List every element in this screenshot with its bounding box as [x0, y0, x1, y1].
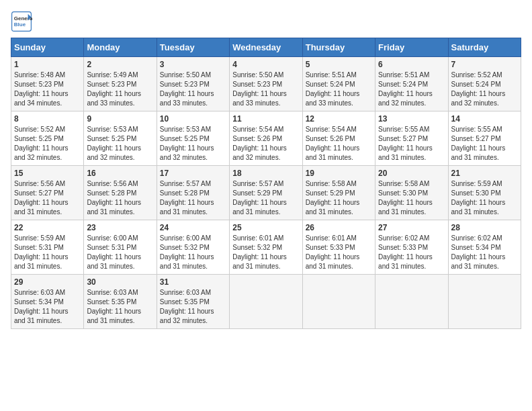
day-detail: Sunrise: 5:52 AM Sunset: 5:24 PM Dayligh… [451, 71, 518, 108]
day-detail: Sunrise: 6:02 AM Sunset: 5:33 PM Dayligh… [378, 234, 445, 271]
calendar-cell: 18Sunrise: 5:57 AM Sunset: 5:29 PM Dayli… [230, 166, 302, 220]
calendar-cell: 11Sunrise: 5:54 AM Sunset: 5:26 PM Dayli… [230, 111, 302, 166]
calendar-cell: 1Sunrise: 5:48 AM Sunset: 5:23 PM Daylig… [11, 57, 84, 111]
day-detail: Sunrise: 5:56 AM Sunset: 5:27 PM Dayligh… [14, 179, 81, 217]
calendar-cell: 30Sunrise: 6:03 AM Sunset: 5:35 PM Dayli… [84, 275, 157, 329]
calendar-cell [230, 275, 302, 329]
day-detail: Sunrise: 5:58 AM Sunset: 5:29 PM Dayligh… [306, 179, 372, 217]
day-detail: Sunrise: 5:50 AM Sunset: 5:23 PM Dayligh… [232, 71, 299, 108]
calendar-cell: 4Sunrise: 5:50 AM Sunset: 5:23 PM Daylig… [230, 57, 302, 111]
day-number: 16 [87, 169, 153, 178]
day-number: 18 [232, 169, 299, 178]
day-detail: Sunrise: 5:55 AM Sunset: 5:27 PM Dayligh… [378, 125, 445, 163]
calendar-cell [448, 275, 521, 329]
page-header: General Blue [11, 11, 521, 32]
day-number: 21 [451, 169, 518, 178]
calendar-cell: 16Sunrise: 5:56 AM Sunset: 5:28 PM Dayli… [84, 166, 157, 220]
calendar-cell: 2Sunrise: 5:49 AM Sunset: 5:23 PM Daylig… [84, 57, 157, 111]
day-detail: Sunrise: 6:00 AM Sunset: 5:32 PM Dayligh… [160, 234, 226, 271]
day-detail: Sunrise: 6:02 AM Sunset: 5:34 PM Dayligh… [451, 234, 518, 271]
header-wednesday: Wednesday [230, 38, 302, 57]
calendar-cell: 7Sunrise: 5:52 AM Sunset: 5:24 PM Daylig… [448, 57, 521, 111]
week-row-2: 8Sunrise: 5:52 AM Sunset: 5:25 PM Daylig… [11, 111, 521, 166]
calendar-cell: 12Sunrise: 5:54 AM Sunset: 5:26 PM Dayli… [302, 111, 375, 166]
svg-text:Blue: Blue [14, 21, 26, 28]
calendar-cell: 25Sunrise: 6:01 AM Sunset: 5:32 PM Dayli… [230, 220, 302, 275]
day-number: 28 [451, 223, 518, 232]
week-row-1: 1Sunrise: 5:48 AM Sunset: 5:23 PM Daylig… [11, 57, 521, 111]
day-number: 7 [451, 60, 518, 69]
calendar-cell: 17Sunrise: 5:57 AM Sunset: 5:28 PM Dayli… [157, 166, 229, 220]
day-number: 20 [378, 169, 445, 178]
day-number: 24 [160, 223, 226, 232]
day-number: 17 [160, 169, 226, 178]
day-number: 8 [14, 114, 81, 124]
calendar-cell: 10Sunrise: 5:53 AM Sunset: 5:25 PM Dayli… [157, 111, 229, 166]
calendar-cell: 14Sunrise: 5:55 AM Sunset: 5:27 PM Dayli… [448, 111, 521, 166]
day-number: 11 [232, 114, 299, 124]
calendar-cell: 22Sunrise: 5:59 AM Sunset: 5:31 PM Dayli… [11, 220, 84, 275]
day-number: 6 [378, 60, 445, 69]
header-saturday: Saturday [448, 38, 521, 57]
header-tuesday: Tuesday [157, 38, 229, 57]
day-detail: Sunrise: 5:53 AM Sunset: 5:25 PM Dayligh… [87, 125, 153, 163]
calendar-cell: 8Sunrise: 5:52 AM Sunset: 5:25 PM Daylig… [11, 111, 84, 166]
calendar-cell: 13Sunrise: 5:55 AM Sunset: 5:27 PM Dayli… [375, 111, 448, 166]
day-detail: Sunrise: 5:53 AM Sunset: 5:25 PM Dayligh… [160, 125, 226, 163]
day-number: 25 [232, 223, 299, 232]
day-detail: Sunrise: 5:57 AM Sunset: 5:28 PM Dayligh… [160, 179, 226, 217]
calendar-cell: 21Sunrise: 5:59 AM Sunset: 5:30 PM Dayli… [448, 166, 521, 220]
day-detail: Sunrise: 5:58 AM Sunset: 5:30 PM Dayligh… [378, 179, 445, 217]
day-detail: Sunrise: 6:03 AM Sunset: 5:35 PM Dayligh… [160, 288, 226, 326]
header-sunday: Sunday [11, 38, 84, 57]
day-detail: Sunrise: 5:56 AM Sunset: 5:28 PM Dayligh… [87, 179, 153, 217]
calendar-cell [302, 275, 375, 329]
calendar-cell: 5Sunrise: 5:51 AM Sunset: 5:24 PM Daylig… [302, 57, 375, 111]
header-friday: Friday [375, 38, 448, 57]
day-detail: Sunrise: 5:49 AM Sunset: 5:23 PM Dayligh… [87, 71, 153, 108]
day-number: 14 [451, 114, 518, 124]
day-number: 19 [306, 169, 372, 178]
day-number: 1 [14, 60, 81, 69]
logo: General Blue [11, 11, 32, 32]
day-number: 29 [14, 277, 81, 287]
calendar-cell [375, 275, 448, 329]
day-number: 3 [160, 60, 226, 69]
calendar-cell: 23Sunrise: 6:00 AM Sunset: 5:31 PM Dayli… [84, 220, 157, 275]
day-detail: Sunrise: 5:50 AM Sunset: 5:23 PM Dayligh… [160, 71, 226, 108]
calendar-cell: 29Sunrise: 6:03 AM Sunset: 5:34 PM Dayli… [11, 275, 84, 329]
calendar-cell: 28Sunrise: 6:02 AM Sunset: 5:34 PM Dayli… [448, 220, 521, 275]
day-detail: Sunrise: 5:51 AM Sunset: 5:24 PM Dayligh… [306, 71, 372, 108]
day-detail: Sunrise: 6:03 AM Sunset: 5:34 PM Dayligh… [14, 288, 81, 326]
calendar-body: 1Sunrise: 5:48 AM Sunset: 5:23 PM Daylig… [11, 57, 521, 329]
day-detail: Sunrise: 5:51 AM Sunset: 5:24 PM Dayligh… [378, 71, 445, 108]
day-number: 15 [14, 169, 81, 178]
day-detail: Sunrise: 5:59 AM Sunset: 5:31 PM Dayligh… [14, 234, 81, 271]
day-number: 9 [87, 114, 153, 124]
day-detail: Sunrise: 5:59 AM Sunset: 5:30 PM Dayligh… [451, 179, 518, 217]
calendar-cell: 9Sunrise: 5:53 AM Sunset: 5:25 PM Daylig… [84, 111, 157, 166]
header-monday: Monday [84, 38, 157, 57]
day-number: 4 [232, 60, 299, 69]
week-row-3: 15Sunrise: 5:56 AM Sunset: 5:27 PM Dayli… [11, 166, 521, 220]
day-number: 5 [306, 60, 372, 69]
day-number: 13 [378, 114, 445, 124]
header-thursday: Thursday [302, 38, 375, 57]
logo-icon: General Blue [11, 11, 32, 32]
week-row-5: 29Sunrise: 6:03 AM Sunset: 5:34 PM Dayli… [11, 275, 521, 329]
calendar-table: SundayMondayTuesdayWednesdayThursdayFrid… [11, 38, 521, 329]
day-number: 23 [87, 223, 153, 232]
calendar-cell: 27Sunrise: 6:02 AM Sunset: 5:33 PM Dayli… [375, 220, 448, 275]
day-detail: Sunrise: 5:55 AM Sunset: 5:27 PM Dayligh… [451, 125, 518, 163]
day-number: 22 [14, 223, 81, 232]
day-number: 12 [306, 114, 372, 124]
day-number: 26 [306, 223, 372, 232]
calendar-cell: 3Sunrise: 5:50 AM Sunset: 5:23 PM Daylig… [157, 57, 229, 111]
calendar-cell: 15Sunrise: 5:56 AM Sunset: 5:27 PM Dayli… [11, 166, 84, 220]
calendar-cell: 19Sunrise: 5:58 AM Sunset: 5:29 PM Dayli… [302, 166, 375, 220]
calendar-cell: 26Sunrise: 6:01 AM Sunset: 5:33 PM Dayli… [302, 220, 375, 275]
calendar-cell: 31Sunrise: 6:03 AM Sunset: 5:35 PM Dayli… [157, 275, 229, 329]
day-detail: Sunrise: 5:54 AM Sunset: 5:26 PM Dayligh… [232, 125, 299, 163]
day-detail: Sunrise: 5:54 AM Sunset: 5:26 PM Dayligh… [306, 125, 372, 163]
day-number: 27 [378, 223, 445, 232]
